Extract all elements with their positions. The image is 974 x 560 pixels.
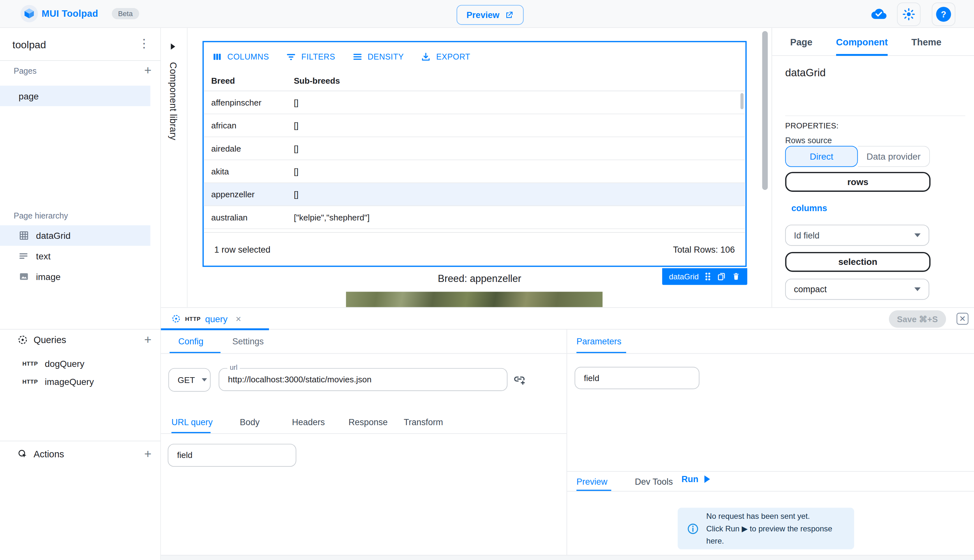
add-page-button[interactable]: +: [142, 64, 154, 77]
density-toolbar-button[interactable]: DENSITY: [352, 51, 404, 62]
density-value: compact: [794, 284, 827, 294]
rows-source-direct-button[interactable]: Direct: [785, 146, 858, 167]
url-add-binding-icon[interactable]: [514, 374, 526, 385]
table-row[interactable]: african []: [204, 114, 746, 137]
view-columns-icon: [212, 51, 222, 62]
tab-theme[interactable]: Theme: [912, 28, 941, 56]
query-item-imagequery[interactable]: HTTP imageQuery: [0, 371, 150, 392]
component-library-label: Component library: [169, 62, 179, 140]
density-select[interactable]: compact: [785, 279, 929, 300]
rows-selected-status: 1 row selected: [214, 244, 270, 254]
query-item-label: imageQuery: [45, 377, 94, 387]
queries-icon: [17, 334, 28, 345]
preview-button[interactable]: Preview: [456, 5, 523, 25]
query-item-dogquery[interactable]: HTTP dogQuery: [0, 353, 150, 374]
table-row[interactable]: airedale []: [204, 137, 746, 160]
columns-editor-link[interactable]: columns: [791, 203, 827, 213]
url-query-field-input[interactable]: field: [168, 444, 296, 467]
tab-transform[interactable]: Transform: [404, 417, 443, 427]
tab-component[interactable]: Component: [836, 28, 888, 56]
alert-line-1: No request has been sent yet.: [706, 510, 845, 522]
tab-headers[interactable]: Headers: [292, 417, 325, 427]
close-panel-icon[interactable]: ✕: [957, 313, 969, 325]
table-row-selected[interactable]: appenzeller []: [204, 183, 746, 206]
tab-response[interactable]: Response: [349, 417, 388, 427]
hierarchy-item-datagrid[interactable]: dataGrid: [0, 225, 150, 246]
column-header-breed[interactable]: Breed: [204, 76, 294, 85]
close-tab-icon[interactable]: ×: [236, 313, 241, 324]
cell-breed: affenpinscher: [204, 98, 294, 107]
selection-binding-button[interactable]: selection: [785, 252, 931, 272]
export-toolbar-button[interactable]: EXPORT: [421, 51, 470, 62]
inspector-tabs: Page Component Theme: [772, 28, 974, 56]
query-tab-bar: HTTP query × Save ⌘+S ✕: [161, 308, 974, 330]
cell-sub-breeds: []: [294, 98, 745, 107]
table-row[interactable]: australian ["kelpie","shepherd"]: [204, 206, 746, 229]
tab-url-query[interactable]: URL query: [171, 417, 212, 427]
page-item-label: page: [19, 91, 38, 101]
columns-toolbar-button[interactable]: COLUMNS: [212, 51, 269, 62]
tab-dev-tools[interactable]: Dev Tools: [635, 477, 673, 487]
query-icon: [171, 314, 181, 323]
component-library-expand-icon[interactable]: [171, 43, 175, 50]
sun-icon: [902, 7, 916, 21]
cell-sub-breeds: []: [294, 167, 745, 176]
table-row[interactable]: akita []: [204, 160, 746, 183]
theme-toggle-button[interactable]: [897, 3, 921, 26]
cell-breed: appenzeller: [204, 190, 294, 199]
help-button[interactable]: ?: [932, 3, 955, 26]
parameters-field-input[interactable]: field: [575, 367, 700, 389]
canvas-scrollbar[interactable]: [762, 31, 768, 190]
hierarchy-item-label: dataGrid: [36, 230, 70, 240]
datagrid-scrollbar[interactable]: [740, 93, 744, 109]
http-badge: HTTP: [185, 316, 200, 322]
hierarchy-item-label: image: [36, 272, 60, 282]
image-component[interactable]: [346, 292, 602, 307]
hierarchy-item-text[interactable]: text: [0, 246, 150, 267]
http-badge: HTTP: [22, 360, 38, 367]
queries-header: Queries: [33, 334, 66, 345]
app-title: MUI Toolpad: [42, 8, 98, 19]
tab-page[interactable]: Page: [790, 28, 812, 56]
page-hierarchy-header: Page hierarchy: [13, 211, 68, 220]
query-tab[interactable]: HTTP query ×: [168, 308, 245, 330]
run-button-label: Run: [682, 474, 698, 484]
project-menu-button[interactable]: ⋮: [138, 36, 150, 50]
add-query-button[interactable]: +: [142, 333, 154, 346]
tab-parameters[interactable]: Parameters: [576, 336, 621, 346]
tab-preview[interactable]: Preview: [576, 477, 608, 487]
column-header-sub-breeds[interactable]: Sub-breeds: [294, 76, 745, 85]
run-button[interactable]: Run: [682, 474, 710, 484]
table-row[interactable]: affenpinscher []: [204, 91, 746, 114]
add-action-button[interactable]: +: [142, 447, 154, 460]
tab-settings[interactable]: Settings: [232, 336, 264, 346]
grid-icon: [19, 230, 29, 241]
url-label: url: [227, 364, 240, 371]
tab-body[interactable]: Body: [240, 417, 260, 427]
tab-config[interactable]: Config: [178, 336, 203, 346]
component-name-heading: dataGrid: [785, 67, 826, 80]
id-field-select[interactable]: Id field: [785, 225, 929, 246]
filters-toolbar-button[interactable]: FILTERS: [286, 51, 335, 62]
cell-sub-breeds: ["kelpie","shepherd"]: [294, 213, 745, 222]
rows-source-label: Rows source: [785, 136, 832, 145]
panel-bottom-strip: [161, 555, 974, 560]
text-icon: [19, 251, 29, 261]
save-button[interactable]: Save ⌘+S: [889, 310, 946, 328]
cell-breed: airedale: [204, 143, 294, 153]
query-tab-label: query: [205, 314, 228, 324]
image-icon: [19, 271, 29, 282]
sidebar-item-page[interactable]: page: [0, 86, 150, 106]
method-select[interactable]: GET: [169, 368, 211, 392]
url-input[interactable]: http://localhost:3000/static/movies.json: [219, 368, 508, 391]
datagrid-component[interactable]: COLUMNS FILTERS DENSITY: [202, 41, 747, 267]
rows-binding-button[interactable]: rows: [785, 172, 931, 192]
datagrid-toolbar: COLUMNS FILTERS DENSITY: [204, 42, 746, 71]
text-component[interactable]: Breed: appenzeller: [187, 273, 772, 285]
filter-list-icon: [286, 51, 296, 62]
cloud-synced-icon: [871, 8, 887, 20]
hierarchy-item-image[interactable]: image: [0, 266, 150, 287]
rows-source-data-provider-button[interactable]: Data provider: [858, 146, 930, 167]
actions-icon: [17, 448, 28, 459]
cell-sub-breeds: []: [294, 143, 745, 153]
